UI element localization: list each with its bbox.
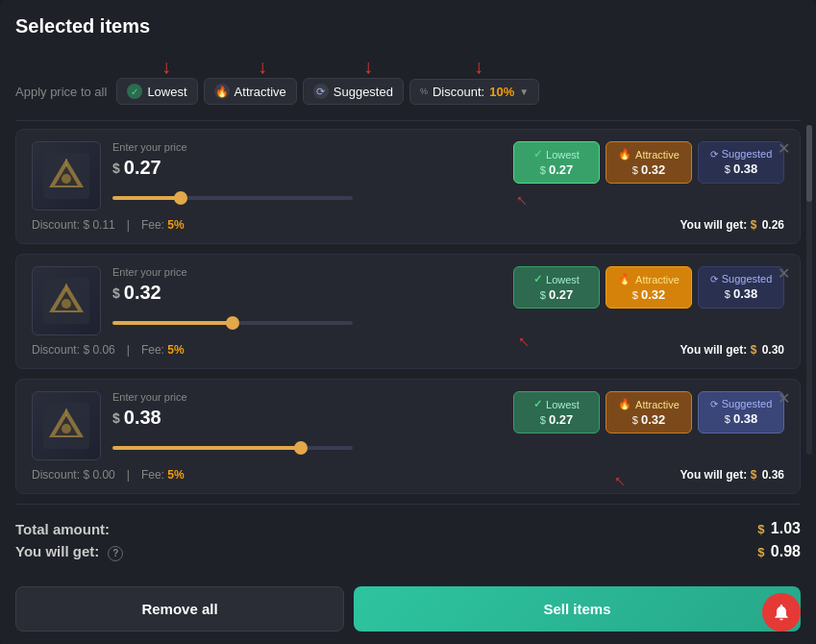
fire-icon: 🔥 [618,273,631,285]
arrow-lowest-icon: ↓ [161,57,171,76]
option-lowest[interactable]: ✓ Lowest $ 0.27 [513,266,600,309]
btn-attractive[interactable]: 🔥 Attractive [204,78,297,105]
apply-price-row: Apply price to all ✓ Lowest 🔥 Attractive… [15,78,801,105]
option-suggested-label: ⟳ Suggested [710,273,773,285]
option-suggested-value: $ 0.38 [725,286,758,301]
discount-label: Discount: $ 0.00 [32,468,115,482]
btn-discount-value: 10% [489,85,514,99]
item-card-top: Enter your price $ 0.38 ✓ Lowest [32,391,784,460]
option-suggested-value: $ 0.38 [725,161,758,176]
option-lowest-value: $ 0.27 [540,412,574,427]
fire-icon: 🔥 [618,148,631,161]
price-value: 0.27 [124,157,161,179]
sell-items-button[interactable]: Sell items [354,586,801,632]
close-button[interactable]: ✕ [778,139,790,158]
item-card-top: Enter your price $ 0.32 ✓ Lowest [32,266,784,335]
discount-info: Discount: $ 0.11 | Fee: 5% [32,218,185,232]
option-suggested[interactable]: ⟳ Suggested $ 0.38 [698,141,784,184]
enter-price-label: Enter your price [112,391,502,403]
check-icon: ✓ [533,273,542,285]
option-lowest[interactable]: ✓ Lowest $ 0.27 [513,391,600,433]
item-card-top: Enter your price $ 0.27 ✓ Lowest [32,141,784,211]
option-lowest-label: ✓ Lowest [533,148,580,161]
option-suggested[interactable]: ⟳ Suggested $ 0.38 [698,391,784,433]
arrow-suggested-icon: ↓ [363,57,373,76]
dollar-sign: $ [112,410,120,426]
option-attractive-value: $ 0.32 [632,162,666,177]
steam-icon: ⟳ [710,274,718,285]
price-input-row: $ 0.38 [112,407,502,429]
discount-info: Discount: $ 0.00 | Fee: 5% [32,468,185,482]
you-will-get: You will get: $ 0.26 [680,218,785,232]
option-attractive-label: 🔥 Attractive [618,273,680,285]
option-lowest-label: ✓ Lowest [533,273,580,285]
separator: | [127,218,130,232]
check-icon: ✓ [127,84,142,99]
arrow-attractive-icon: ↓ [258,57,267,76]
option-lowest-label: ✓ Lowest [533,398,580,410]
scrollbar-track[interactable] [806,125,812,455]
you-will-get: You will get: $ 0.30 [680,343,785,357]
btn-lowest[interactable]: ✓ Lowest [116,78,197,105]
arrow-discount-icon: ↓ [474,57,483,76]
option-lowest-value: $ 0.27 [540,287,574,302]
chevron-down-icon: ▼ [519,87,529,97]
option-attractive-value: $ 0.32 [632,412,666,427]
discount-label: Discount: $ 0.06 [32,343,115,357]
option-suggested[interactable]: ⟳ Suggested $ 0.38 [698,266,784,309]
option-attractive-label: 🔥 Attractive [618,148,680,161]
close-button[interactable]: ✕ [778,264,790,283]
item-image [32,391,101,460]
price-options: ✓ Lowest $ 0.27 🔥 Attractive [513,391,784,433]
item-footer: Discount: $ 0.00 | Fee: 5% You will get:… [32,468,784,482]
price-value: 0.38 [124,407,161,429]
item-details: Enter your price $ 0.27 [112,141,502,204]
item-card: Enter your price $ 0.38 ✓ Lowest [15,379,801,494]
option-suggested-label: ⟳ Suggested [710,398,773,409]
option-attractive-value: $ 0.32 [632,287,666,302]
scrollbar-thumb[interactable] [806,125,812,202]
enter-price-label: Enter your price [112,266,502,278]
check-icon: ✓ [533,398,542,410]
btn-attractive-label: Attractive [235,85,286,99]
price-slider[interactable] [112,446,353,450]
close-button[interactable]: ✕ [778,389,790,408]
item-card: Enter your price $ 0.27 ✓ Lowest [15,129,801,244]
item-card: Enter your price $ 0.32 ✓ Lowest [15,254,801,369]
item-footer: Discount: $ 0.11 | Fee: 5% You will get:… [32,218,784,232]
fee-label: Fee: 5% [141,343,185,357]
price-slider[interactable] [112,196,353,200]
items-list: Enter your price $ 0.27 ✓ Lowest [15,129,801,494]
btn-lowest-label: Lowest [147,85,186,99]
total-amount-label: Total amount: [15,521,110,537]
item-image [32,266,101,335]
btn-discount[interactable]: % Discount: 10% ▼ [409,79,539,105]
svg-point-3 [62,174,71,184]
option-attractive[interactable]: 🔥 Attractive $ 0.32 [606,391,692,433]
item-footer: Discount: $ 0.06 | Fee: 5% You will get:… [32,343,784,357]
price-options: ✓ Lowest $ 0.27 🔥 Attractive [513,141,784,184]
option-attractive[interactable]: 🔥 Attractive $ 0.32 [606,266,692,309]
svg-point-8 [62,299,71,309]
btn-suggested[interactable]: ⟳ Suggested [303,78,404,105]
separator: | [127,343,130,357]
steam-icon: ⟳ [710,149,718,160]
dollar-sign: $ [112,285,120,301]
option-attractive[interactable]: 🔥 Attractive $ 0.32 [606,141,692,184]
total-amount-row: Total amount: $ 1.03 [15,520,801,537]
dollar-accent: $ [757,545,764,559]
notification-bell[interactable] [762,593,801,632]
option-lowest-value: $ 0.27 [540,162,574,177]
dollar-accent: $ [757,522,764,536]
option-lowest[interactable]: ✓ Lowest $ 0.27 [513,141,600,184]
selected-items-panel: Selected items ↓ ↓ ↓ ↓ Apply price to al… [0,0,816,644]
item-image [32,141,101,211]
price-options: ✓ Lowest $ 0.27 🔥 Attractive [513,266,784,309]
info-icon[interactable]: ? [108,546,123,561]
btn-discount-label: Discount: [433,85,484,99]
you-will-get: You will get: $ 0.36 [680,468,785,482]
panel-title: Selected items [15,15,801,37]
remove-all-button[interactable]: Remove all [15,586,344,632]
totals-section: Total amount: $ 1.03 You will get: ? $ 0… [15,512,801,575]
price-slider[interactable] [112,321,353,325]
